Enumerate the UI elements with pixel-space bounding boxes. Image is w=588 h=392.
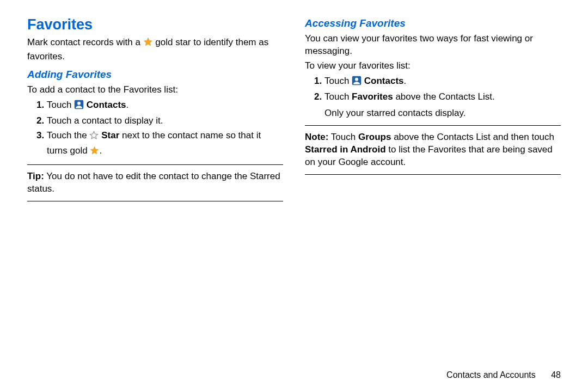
rule <box>305 174 561 175</box>
step-2: Touch a contact to display it. <box>47 114 283 128</box>
subsection-heading-adding: Adding Favorites <box>27 69 283 81</box>
note-text: Note: Touch Groups above the Contacts Li… <box>305 131 561 169</box>
rstep1-a: Touch <box>324 76 352 86</box>
adding-lead: To add a contact to the Favorites list: <box>27 84 283 96</box>
step1-c: . <box>126 100 129 110</box>
step1-b: Contacts <box>87 100 126 110</box>
star-gold-icon <box>143 37 153 51</box>
rstep-1: Touch Contacts. <box>324 75 561 90</box>
svg-point-2 <box>77 102 81 105</box>
tip-block: Tip: You do not have to edit the contact… <box>27 170 283 195</box>
adding-steps-list: Touch Contacts. Touch a contact to displ… <box>27 99 283 160</box>
footer-section: Contacts and Accounts <box>446 370 536 379</box>
step1-a: Touch <box>47 100 74 110</box>
svg-marker-3 <box>90 132 98 139</box>
step3-a: Touch the <box>47 130 89 140</box>
page-footer: Contacts and Accounts 48 <box>446 370 561 380</box>
manual-page: Favorites Mark contact records with a go… <box>0 0 588 392</box>
note-b: Groups <box>358 132 391 142</box>
note-c: above the Contacts List and then touch <box>391 132 554 142</box>
tip-text: Tip: You do not have to edit the contact… <box>27 170 283 195</box>
rstep-2: Touch Favorites above the Contacts List. <box>324 90 561 104</box>
note-block: Note: Touch Groups above the Contacts Li… <box>305 131 561 169</box>
rule <box>305 125 561 126</box>
step3-d: . <box>99 145 102 156</box>
page-number: 48 <box>551 370 561 380</box>
accessing-intro: You can view your favorites two ways for… <box>305 33 561 58</box>
contacts-icon <box>74 100 84 114</box>
step-3: Touch the Star next to the contact name … <box>47 129 283 159</box>
step3-b: Star <box>101 130 119 140</box>
rule <box>27 201 283 201</box>
note-label: Note: <box>305 132 328 142</box>
step-1: Touch Contacts. <box>47 99 283 114</box>
rstep2-a: Touch <box>324 91 352 102</box>
two-column-layout: Favorites Mark contact records with a go… <box>27 16 561 207</box>
left-column: Favorites Mark contact records with a go… <box>27 16 283 207</box>
star-gold-icon <box>90 146 99 160</box>
accessing-steps-list: Touch Contacts. Touch Favorites above th… <box>305 75 561 104</box>
star-outline-icon <box>89 131 99 144</box>
right-column: Accessing Favorites You can view your fa… <box>305 16 561 207</box>
rstep2-b: Favorites <box>352 91 393 102</box>
svg-marker-0 <box>144 38 152 46</box>
rstep1-c: . <box>404 76 407 86</box>
svg-point-6 <box>355 78 358 81</box>
contacts-icon <box>352 76 362 90</box>
note-d: Starred in Android <box>305 144 386 155</box>
rstep2-c: above the Contacts List. <box>393 91 495 102</box>
tip-body: You do not have to edit the contact to c… <box>27 171 280 194</box>
rstep1-b: Contacts <box>364 76 404 86</box>
intro-part-a: Mark contact records with a <box>27 37 143 47</box>
svg-marker-4 <box>91 146 99 154</box>
rule <box>27 164 283 165</box>
rstep2-continuation: Only your starred contacts display. <box>324 107 561 120</box>
intro-text: Mark contact records with a gold star to… <box>27 36 283 63</box>
accessing-lead: To view your favorites list: <box>305 60 561 72</box>
note-a: Touch <box>328 132 358 142</box>
tip-label: Tip: <box>27 171 44 181</box>
subsection-heading-accessing: Accessing Favorites <box>305 17 561 29</box>
section-heading: Favorites <box>27 16 283 33</box>
